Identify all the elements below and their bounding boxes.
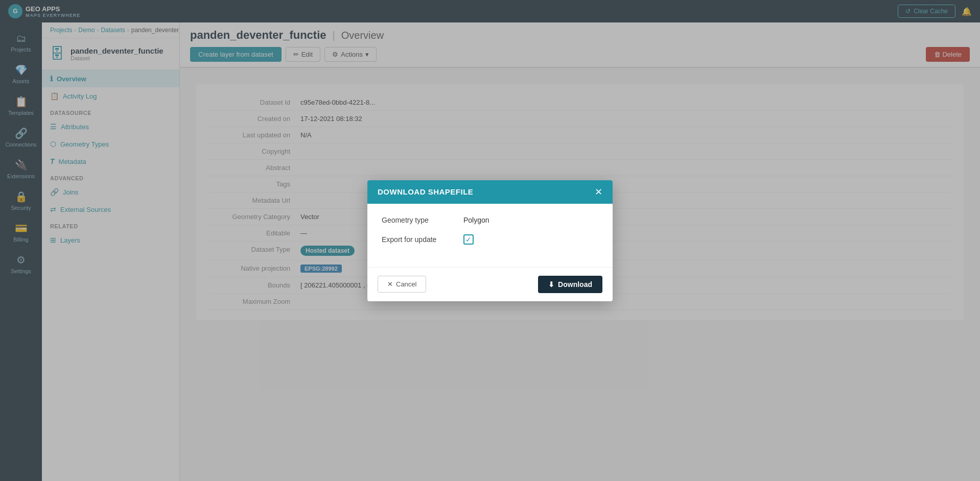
modal-geometry-type-row: Geometry type Polygon [382,216,598,224]
geometry-type-label: Geometry type [382,216,463,224]
modal-export-update-row: Export for update ✓ [382,234,598,245]
modal-title: DOWNLOAD SHAPEFILE [378,187,473,196]
download-icon: ⬇ [548,280,554,288]
cancel-icon: ✕ [387,280,393,288]
geometry-type-value: Polygon [463,216,489,224]
download-button[interactable]: ⬇ Download [538,276,602,293]
export-for-update-checkbox[interactable]: ✓ [463,234,474,245]
modal-overlay: DOWNLOAD SHAPEFILE ✕ Geometry type Polyg… [0,0,980,481]
modal-close-button[interactable]: ✕ [595,187,602,197]
modal-header: DOWNLOAD SHAPEFILE ✕ [367,180,613,204]
cancel-button[interactable]: ✕ Cancel [378,276,426,293]
modal-body: Geometry type Polygon Export for update … [367,204,613,267]
export-for-update-label: Export for update [382,235,463,244]
modal-footer: ✕ Cancel ⬇ Download [367,267,613,301]
download-modal: DOWNLOAD SHAPEFILE ✕ Geometry type Polyg… [367,180,613,301]
